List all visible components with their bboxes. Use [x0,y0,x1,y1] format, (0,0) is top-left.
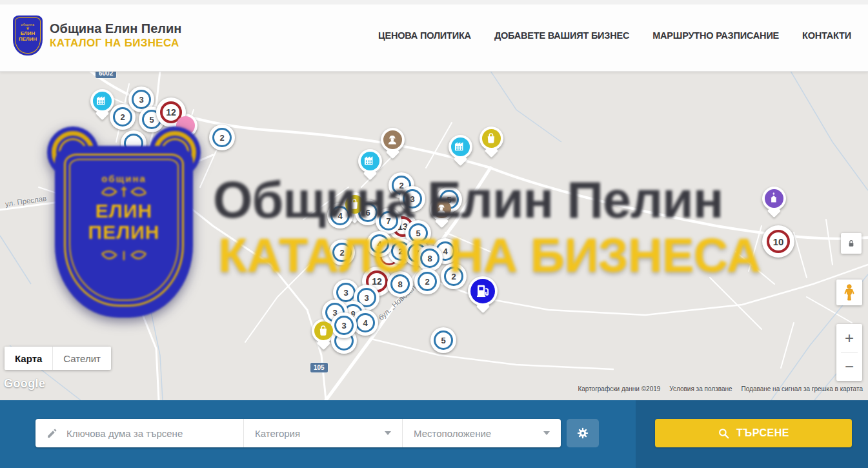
watermark-logo-top-text: община [101,173,146,184]
cluster-marker[interactable]: 5 [430,327,456,353]
logo-name-line1: ЕЛИН [15,30,40,36]
municipality-logo: община ❦ ЕЛИН ПЕЛИН [13,15,43,56]
lock-icon [846,238,856,249]
map-type-map-button[interactable]: Карта [5,347,52,370]
cluster-count: 3 [336,283,356,302]
advanced-settings-button[interactable] [567,419,599,447]
site-title: Община Елин Пелин [50,21,181,36]
church-icon [765,189,783,208]
search-bar: Категория Местоположение [0,400,868,468]
watermark-logo-name2: ПЕЛИН [88,221,160,243]
factory-icon [93,92,112,110]
bag-icon [482,129,501,148]
map-type-satellite-button[interactable]: Сателит [52,347,111,370]
cluster-count: 5 [434,331,453,350]
watermark-logo-name1: ЕЛИН [96,201,152,221]
report-error-link[interactable]: Подаване на сигнал за грешка в картата [742,385,863,392]
map-canvas[interactable]: ул. Преславбул. „Новосел6002105 235122 2… [0,71,868,400]
pencil-icon [46,428,57,439]
logo-name-line2: ПЕЛИН [15,36,40,42]
cluster-marker[interactable]: 3 [331,312,357,338]
cluster-count: 2 [113,107,132,127]
pegman-icon [842,283,857,301]
header: община ❦ ЕЛИН ПЕЛИН Община Елин Пелин КА… [0,0,868,72]
watermark-subtitle: КАТАЛОГ НА БИЗНЕСА [218,228,761,283]
category-select[interactable]: Категория [243,419,402,447]
location-select-value: Местоположение [414,428,491,439]
worker-pin-marker[interactable] [381,128,405,152]
zoom-in-button[interactable]: + [836,324,862,352]
keyword-field [35,419,243,447]
main-nav: ЦЕНОВА ПОЛИТИКАДОБАВЕТЕ ВАШИЯТ БИЗНЕСМАР… [378,30,851,41]
nav-item-2[interactable]: ДОБАВЕТЕ ВАШИЯТ БИЗНЕС [494,30,629,41]
watermark-title: Община Елин Пелин [213,170,723,230]
bag-icon [314,321,333,340]
factory-icon [361,152,379,170]
nav-item-3[interactable]: МАРШРУТНО РАЗПИСАНИЕ [652,30,779,41]
category-select-value: Категория [255,428,300,439]
cluster-marker[interactable]: 10 [762,225,794,258]
cluster-count: 3 [132,90,151,109]
worker-icon [383,130,402,149]
chevron-down-icon [543,431,550,435]
page: община ❦ ЕЛИН ПЕЛИН Община Елин Пелин КА… [0,0,868,468]
terms-link[interactable]: Условия за ползване [669,385,732,392]
cluster-count: 4 [356,313,375,332]
brand-text: Община Елин Пелин КАТАЛОГ НА БИЗНЕСА [50,21,181,50]
nav-item-4[interactable]: КОНТАКТИ [802,30,851,41]
map-type-control: Карта Сателит [5,347,111,370]
factory-pin-marker[interactable] [449,135,472,159]
nav-item-1[interactable]: ЦЕНОВА ПОЛИТИКА [378,30,471,41]
search-button[interactable]: ТЪРСЕНЕ [655,419,852,447]
brand[interactable]: община ❦ ЕЛИН ПЕЛИН Община Елин Пелин КА… [13,15,181,56]
google-logo[interactable]: Google [4,377,45,391]
factory-pin-marker[interactable] [90,89,114,113]
cluster-count: 10 [767,230,790,253]
church-pin-marker[interactable] [762,187,786,210]
factory-pin-marker[interactable] [358,149,382,173]
search-button-label: ТЪРСЕНЕ [736,427,789,439]
attribution-copyright: Картографски данни ©2019 [578,385,660,392]
factory-icon [451,137,470,156]
site-subtitle: КАТАЛОГ НА БИЗНЕСА [50,37,181,50]
street-view-lock-control[interactable] [841,233,862,254]
watermark-logo: община ЕЛИН ПЕЛИН [55,141,193,318]
municipality-logo-inner: община ❦ ЕЛИН ПЕЛИН [15,17,41,54]
zoom-out-button[interactable]: − [836,353,862,382]
zoom-control: + − [836,324,862,381]
logo-ornament-bottom-icon [98,247,150,264]
search-icon [718,427,730,440]
top-strip [0,0,868,5]
cluster-count: 2 [212,128,232,147]
bag-pin-marker[interactable] [479,127,503,150]
watermark-shield: община ЕЛИН ПЕЛИН [55,146,193,318]
cluster-count: 3 [334,316,354,335]
chevron-down-icon [385,431,391,435]
keyword-input[interactable] [65,427,243,440]
search-input-group: Категория Местоположение [35,419,561,447]
pegman-control[interactable] [836,280,862,305]
cluster-marker[interactable]: 2 [209,125,235,150]
location-select[interactable]: Местоположение [402,419,561,447]
map-attribution: Картографски данни ©2019 Условия за полз… [578,385,863,392]
gear-icon [576,426,590,440]
logo-ornament-icon [98,184,150,201]
